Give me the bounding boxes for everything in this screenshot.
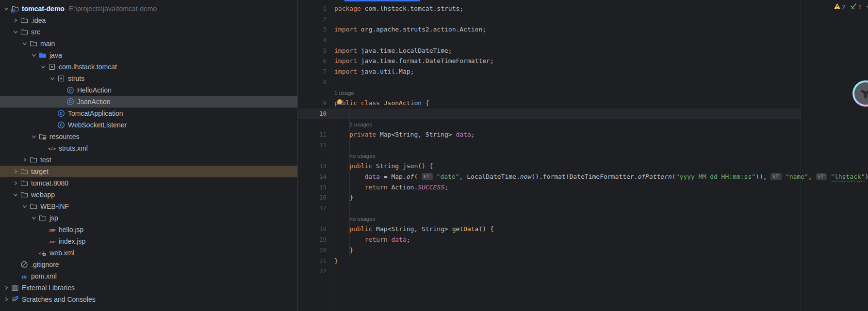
chevron-expanded-icon[interactable] bbox=[30, 51, 38, 59]
svg-text:C: C bbox=[69, 88, 72, 93]
tree-row-index-jsp[interactable]: JSPindex.jsp bbox=[0, 235, 297, 247]
tree-row-src[interactable]: src bbox=[0, 26, 297, 38]
tree-row-hello-jsp[interactable]: JSPhello.jsp bbox=[0, 224, 297, 235]
code-token: ; bbox=[407, 236, 410, 243]
code-line[interactable]: import org.apache.struts2.action.Action; bbox=[334, 24, 486, 35]
chevron-expanded-icon[interactable] bbox=[11, 28, 20, 36]
tree-row-external-libraries[interactable]: External Libraries bbox=[0, 282, 297, 294]
code-line[interactable]: import java.time.format.DateTimeFormatte… bbox=[334, 56, 494, 66]
tree-row-test[interactable]: test bbox=[0, 154, 297, 166]
project-tree: tomcat-demoE:\projects\java\tomcat-demo.… bbox=[0, 3, 297, 305]
tree-row-main[interactable]: main bbox=[0, 38, 297, 49]
tree-row-web-inf[interactable]: WEB-INF bbox=[0, 201, 297, 212]
chevron-expanded-icon[interactable] bbox=[48, 75, 57, 82]
code-line[interactable]: public class JsonAction { bbox=[334, 98, 429, 109]
tree-item-label: resources bbox=[49, 133, 79, 140]
code-token: () { bbox=[418, 162, 433, 170]
code-token: return bbox=[365, 184, 388, 191]
chevron-expanded-icon[interactable] bbox=[20, 40, 29, 47]
inspection-widget[interactable]: 2 1 bbox=[834, 2, 868, 11]
tree-row-pom-xml[interactable]: mpom.xml bbox=[0, 270, 297, 282]
code-token bbox=[334, 184, 365, 191]
line-number: 20 bbox=[298, 245, 327, 256]
code-token: } bbox=[334, 194, 353, 201]
usage-hint-text[interactable]: 1 usage bbox=[334, 90, 354, 96]
tree-row-webapp[interactable]: webapp bbox=[0, 189, 297, 201]
code-line[interactable]: data = Map.of( k1: "date", LocalDateTime… bbox=[334, 171, 868, 182]
code-line[interactable]: } bbox=[334, 256, 338, 266]
chevron-expanded-icon[interactable] bbox=[11, 191, 20, 199]
usage-hint-text[interactable]: no usages bbox=[349, 153, 375, 159]
chevron-expanded-icon[interactable] bbox=[30, 214, 38, 222]
code-token: return bbox=[365, 236, 388, 243]
tree-row-jsonaction[interactable]: CJsonAction bbox=[0, 96, 297, 108]
tree-row-tomcat-8080[interactable]: tomcat.8080 bbox=[0, 177, 297, 189]
code-token: } bbox=[334, 247, 353, 254]
code-line[interactable]: import java.time.LocalDateTime; bbox=[334, 46, 452, 56]
tree-item-label: WebSocketListener bbox=[68, 121, 127, 129]
code-rows: 1package com.lhstack.tomcat.struts;23imp… bbox=[298, 3, 868, 277]
code-token: import bbox=[334, 57, 357, 64]
project-tree-panel: tomcat-demoE:\projects\java\tomcat-demo.… bbox=[0, 0, 298, 311]
chevron-collapsed-icon[interactable] bbox=[11, 179, 20, 187]
code-editor[interactable]: 1package com.lhstack.tomcat.struts;23imp… bbox=[298, 0, 868, 311]
tree-row-tomcatapplication[interactable]: CTomcatApplication bbox=[0, 108, 297, 119]
tree-row-helloaction[interactable]: CHelloAction bbox=[0, 84, 297, 96]
usage-hint[interactable]: 1 usage bbox=[334, 88, 354, 98]
usage-hint-text[interactable]: no usages bbox=[349, 216, 375, 222]
chevron-collapsed-icon[interactable] bbox=[2, 284, 11, 292]
package-icon bbox=[48, 63, 56, 71]
code-line[interactable]: public String json() { bbox=[334, 161, 433, 171]
tree-row-idea[interactable]: .idea bbox=[0, 15, 297, 26]
code-line[interactable]: private Map<String, String> data; bbox=[334, 129, 475, 140]
tree-item-label: jsp bbox=[49, 214, 58, 222]
code-token: "name" bbox=[786, 173, 808, 180]
usage-hint-text[interactable]: 2 usages bbox=[349, 122, 372, 127]
code-token: Action. bbox=[388, 184, 418, 191]
chevron-expanded-icon[interactable] bbox=[2, 5, 11, 13]
folder-icon bbox=[20, 179, 29, 187]
usage-hint[interactable]: 2 usages bbox=[334, 119, 372, 130]
code-line-row: 22 bbox=[298, 266, 868, 277]
code-token bbox=[334, 162, 349, 170]
line-number: 10 bbox=[298, 109, 327, 119]
tree-row-target[interactable]: target bbox=[0, 166, 297, 177]
tree-row-gitignore[interactable]: .gitignore bbox=[0, 259, 297, 270]
code-line[interactable]: package com.lhstack.tomcat.struts; bbox=[334, 3, 463, 14]
tree-row-tomcat-demo[interactable]: tomcat-demoE:\projects\java\tomcat-demo bbox=[0, 3, 297, 15]
code-line[interactable]: import java.util.Map; bbox=[334, 66, 414, 77]
usage-hint-row: no usages bbox=[298, 151, 868, 161]
chevron-expanded-icon[interactable] bbox=[30, 133, 38, 140]
usage-hint-row: no usages bbox=[298, 214, 868, 224]
code-line[interactable]: } bbox=[334, 245, 353, 256]
code-line-row: 5import java.time.LocalDateTime; bbox=[298, 46, 868, 56]
tree-row-web-xml[interactable]: </web.xml bbox=[0, 247, 297, 259]
code-token: ) bbox=[865, 173, 868, 180]
chevron-spacer bbox=[11, 261, 20, 268]
tree-item-label: test bbox=[40, 156, 51, 164]
chevron-collapsed-icon[interactable] bbox=[20, 156, 29, 164]
tree-row-struts-xml[interactable]: </>struts.xml bbox=[0, 142, 297, 154]
tree-row-com-lhstack-tomcat[interactable]: com.lhstack.tomcat bbox=[0, 61, 297, 73]
usage-hint[interactable]: no usages bbox=[334, 151, 375, 161]
code-token: } bbox=[334, 257, 338, 264]
code-line[interactable]: return data; bbox=[334, 234, 410, 245]
tree-row-resources[interactable]: resources bbox=[0, 131, 297, 142]
line-number: 6 bbox=[298, 56, 327, 66]
tree-row-websocketlistener[interactable]: CWebSocketListener bbox=[0, 119, 297, 131]
tree-row-java[interactable]: java bbox=[0, 49, 297, 61]
tree-row-scratches-and-consoles[interactable]: Scratches and Consoles bbox=[0, 294, 297, 305]
code-token: () { bbox=[478, 225, 493, 233]
chevron-collapsed-icon[interactable] bbox=[2, 295, 11, 303]
chevron-collapsed-icon[interactable] bbox=[11, 16, 20, 24]
tree-row-jsp[interactable]: jsp bbox=[0, 212, 297, 224]
typo-check-icon bbox=[850, 2, 857, 11]
chevron-expanded-icon[interactable] bbox=[39, 63, 48, 71]
chevron-collapsed-icon[interactable] bbox=[11, 168, 20, 175]
code-line[interactable]: public Map<String, String> getData() { bbox=[334, 224, 494, 234]
code-line[interactable]: return Action.SUCCESS; bbox=[334, 182, 448, 193]
code-line[interactable]: } bbox=[334, 192, 353, 203]
tree-row-struts[interactable]: struts bbox=[0, 73, 297, 84]
chevron-expanded-icon[interactable] bbox=[20, 202, 29, 210]
usage-hint[interactable]: no usages bbox=[334, 214, 375, 224]
